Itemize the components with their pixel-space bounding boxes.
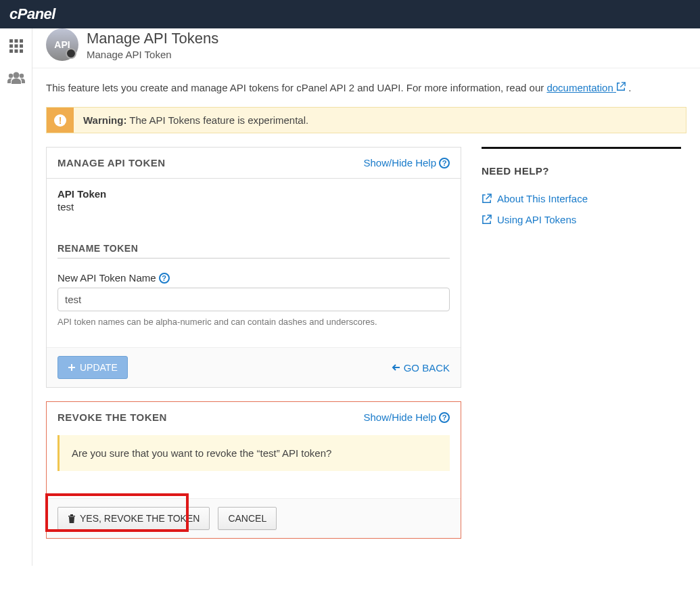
svg-point-11 <box>19 74 23 78</box>
revoke-confirm-message: Are you sure that you want to revoke the… <box>57 435 450 471</box>
new-token-name-label: New API Token Name ? <box>57 272 450 284</box>
svg-rect-15 <box>70 514 73 516</box>
top-header: cPanel <box>0 0 700 28</box>
new-token-name-input[interactable] <box>57 288 450 311</box>
svg-point-10 <box>8 74 12 78</box>
page-subtitle: Manage API Token <box>87 49 218 60</box>
svg-point-9 <box>13 72 19 79</box>
trash-icon <box>68 514 76 523</box>
token-name-hint: API token names can be alpha-numeric and… <box>57 317 450 327</box>
cancel-button[interactable]: CANCEL <box>218 507 277 530</box>
warning-icon: ! <box>47 108 74 133</box>
plus-icon <box>68 363 76 372</box>
svg-rect-13 <box>68 367 75 368</box>
rename-section-title: RENAME TOKEN <box>57 243 450 259</box>
page-title: Manage API Tokens <box>87 30 218 47</box>
question-circle-icon: ? <box>439 412 450 423</box>
svg-rect-14 <box>68 516 75 517</box>
svg-rect-4 <box>14 45 18 48</box>
revoke-panel-title: REVOKE THE TOKEN <box>57 411 167 423</box>
api-badge-icon: API <box>46 28 78 61</box>
cpanel-logo: cPanel <box>9 5 55 23</box>
left-sidebar <box>0 28 32 566</box>
help-link-using[interactable]: Using API Tokens <box>482 214 681 225</box>
svg-rect-8 <box>20 49 23 53</box>
documentation-link[interactable]: documentation <box>546 82 626 93</box>
api-token-value: test <box>57 201 450 212</box>
manage-token-panel: MANAGE API TOKEN Show/Hide Help ? API To… <box>46 147 461 388</box>
svg-rect-6 <box>9 49 13 53</box>
intro-text: This feature lets you create and manage … <box>32 68 700 107</box>
arrow-left-icon <box>392 363 401 372</box>
users-icon[interactable] <box>7 71 26 87</box>
question-circle-icon[interactable]: ? <box>159 273 170 284</box>
svg-rect-3 <box>9 45 13 48</box>
revoke-token-panel: REVOKE THE TOKEN Show/Hide Help ? Are yo… <box>46 401 461 539</box>
svg-rect-2 <box>20 39 23 43</box>
warning-banner: ! Warning: The API Tokens feature is exp… <box>46 107 686 133</box>
revoke-help-toggle[interactable]: Show/Hide Help ? <box>363 411 450 423</box>
need-help-title: NEED HELP? <box>482 165 681 177</box>
external-link-icon <box>482 215 492 225</box>
help-sidebar: NEED HELP? About This Interface Using AP… <box>482 147 681 225</box>
api-token-label: API Token <box>57 188 450 200</box>
svg-rect-0 <box>9 39 13 43</box>
update-button[interactable]: UPDATE <box>57 356 128 379</box>
manage-panel-title: MANAGE API TOKEN <box>57 157 166 169</box>
external-link-icon <box>482 194 492 204</box>
svg-rect-7 <box>14 49 18 53</box>
question-circle-icon: ? <box>439 158 450 169</box>
help-link-about[interactable]: About This Interface <box>482 193 681 204</box>
yes-revoke-button[interactable]: YES, REVOKE THE TOKEN <box>57 507 210 530</box>
page-header: API Manage API Tokens Manage API Token <box>32 28 700 68</box>
go-back-link[interactable]: GO BACK <box>392 362 450 374</box>
apps-grid-icon[interactable] <box>8 38 24 56</box>
svg-rect-1 <box>14 39 18 43</box>
svg-rect-5 <box>20 45 23 48</box>
manage-help-toggle[interactable]: Show/Hide Help ? <box>363 157 450 169</box>
